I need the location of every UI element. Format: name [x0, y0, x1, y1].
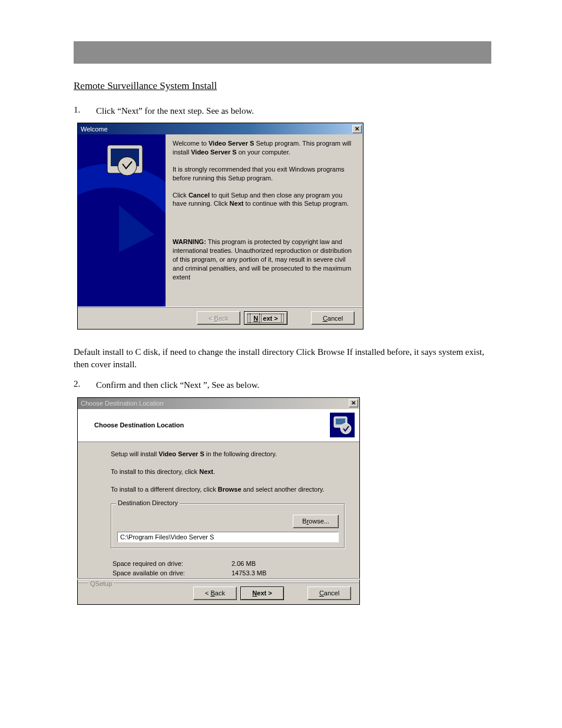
destination-dialog: Choose Destination Location ✕ Choose Des…: [77, 397, 360, 605]
destination-title: Choose Destination Location: [81, 400, 349, 407]
t: Browse: [218, 486, 242, 493]
step-1-quote: Click “Next”: [96, 106, 143, 116]
t: Video Server S: [158, 450, 204, 457]
t: B: [214, 315, 219, 322]
mid-paragraph: Default install to C disk, if need to ch…: [74, 346, 491, 371]
t: Cancel: [189, 192, 210, 199]
welcome-body-text: Welcome to Video Server S Setup program.…: [166, 134, 363, 307]
t: ancel: [328, 315, 343, 322]
section-title: Remote Surveillance System Install: [74, 80, 491, 92]
qsetup-label: QSetup: [88, 580, 114, 587]
t: To install to this directory, click: [111, 468, 199, 475]
t: ancel: [324, 589, 339, 597]
disk-space-table: Space required on drive: 2.06 MB Space a…: [111, 558, 268, 578]
step-1: 1. Click “Next” for the next step. See a…: [74, 105, 491, 117]
t: <: [209, 315, 214, 322]
table-row: Space required on drive: 2.06 MB: [112, 559, 267, 568]
step-2-text: Confirm and then click “Next ”, See as b…: [96, 379, 491, 391]
step-2: 2. Confirm and then click “Next ”, See a…: [74, 379, 491, 391]
t: owse...: [309, 518, 329, 525]
back-button[interactable]: < Back: [193, 587, 237, 600]
space-available-label: Space available on drive:: [112, 569, 230, 577]
t: Next: [230, 200, 244, 207]
t: Welcome to: [173, 140, 209, 147]
space-required-value: 2.06 MB: [231, 559, 267, 568]
t: Confirm and then click “Next ”: [96, 380, 207, 390]
destination-titlebar: Choose Destination Location ✕: [78, 398, 359, 409]
t: ext >: [257, 589, 272, 597]
table-row: Space available on drive: 14753.3 MB: [112, 569, 267, 577]
browse-button[interactable]: Browse...: [293, 515, 339, 528]
install-path-field[interactable]: C:\Program Files\Video Server S: [117, 532, 339, 542]
welcome-button-bar: < Back Next > Cancel: [78, 307, 363, 329]
step-1-text: Click “Next” for the next step. See as b…: [96, 105, 491, 117]
close-icon[interactable]: ✕: [349, 399, 358, 407]
t: to continue with this Setup program.: [243, 200, 349, 207]
destination-button-bar: < Back Next > Cancel: [78, 582, 359, 604]
welcome-p2: It is strongly recommended that you exit…: [173, 165, 356, 183]
t: ack: [215, 589, 225, 597]
t: .: [213, 468, 215, 475]
t: in the following directory.: [204, 450, 277, 457]
group-legend: Destination Directory: [116, 499, 180, 506]
svg-point-8: [340, 423, 351, 434]
destination-body: Setup will install Video Server S in the…: [78, 442, 359, 582]
step-1-number: 1.: [74, 105, 96, 117]
t: Click: [173, 192, 189, 199]
t: , See as below.: [207, 380, 260, 390]
step-2-number: 2.: [74, 379, 96, 391]
destination-header: Choose Destination Location: [78, 409, 359, 442]
t: Next: [199, 468, 213, 475]
t: <: [205, 589, 210, 597]
destination-header-title: Choose Destination Location: [94, 421, 330, 429]
space-available-value: 14753.3 MB: [231, 569, 267, 577]
welcome-titlebar: Welcome ✕: [78, 123, 363, 134]
cancel-button[interactable]: Cancel: [311, 311, 355, 325]
next-button[interactable]: Next >: [240, 587, 284, 600]
t: Video Server S: [209, 140, 254, 147]
installer-side-graphic: [78, 134, 166, 307]
t: and select another directory.: [242, 486, 325, 493]
destination-directory-group: Destination Directory Browse... C:\Progr…: [111, 503, 345, 549]
t: C: [319, 589, 324, 597]
gray-header-bar: [74, 41, 491, 64]
t: ext >: [260, 315, 280, 322]
step-1-tail: for the next step. See as below.: [143, 106, 254, 116]
space-required-label: Space required on drive:: [112, 559, 230, 568]
welcome-title: Welcome: [81, 126, 352, 133]
t: C: [323, 315, 328, 322]
next-button[interactable]: Next >: [244, 311, 287, 325]
t: Setup will install: [111, 450, 158, 457]
t: Video Server S: [191, 149, 236, 156]
svg-point-5: [118, 157, 137, 176]
close-icon[interactable]: ✕: [352, 125, 362, 133]
installer-icon: [330, 413, 355, 437]
back-button: < Back: [197, 311, 240, 325]
t: N: [251, 315, 260, 322]
t: ack: [219, 315, 229, 322]
cancel-button[interactable]: Cancel: [308, 587, 351, 600]
welcome-dialog: Welcome ✕ Welc: [77, 123, 363, 330]
warning-label: WARNING:: [173, 238, 206, 245]
t: on your computer.: [237, 149, 290, 156]
qsetup-divider: [77, 578, 360, 584]
t: B: [211, 589, 215, 597]
t: To install to a different directory, cli…: [111, 486, 218, 493]
